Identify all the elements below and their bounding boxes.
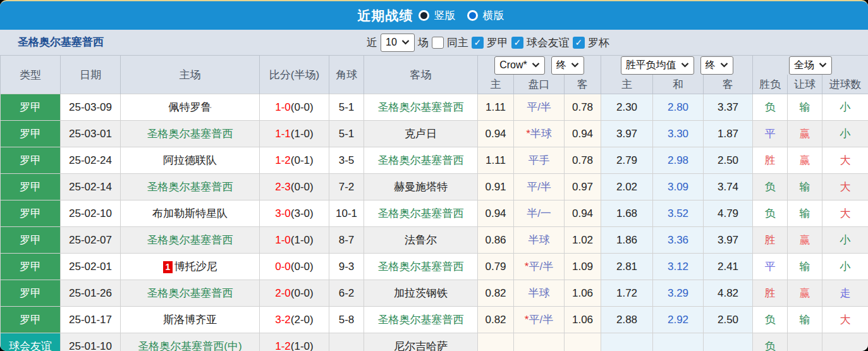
radio-vertical-label[interactable]: 竖版 — [434, 8, 456, 23]
avg-odds-select[interactable]: 胜平负均值 — [621, 56, 694, 75]
home-team-cell[interactable]: 圣格奥尔基塞普西 — [121, 280, 260, 307]
handicap-text: 平/半 — [527, 181, 551, 193]
filter-controls: 近 10 场 同主 ✓ 罗甲 ✓ 球会友谊 ✓ 罗杯 — [367, 30, 609, 55]
sub-header-avg-draw: 和 — [653, 75, 704, 94]
handicap-text: 平手 — [529, 154, 550, 166]
home-team-cell[interactable]: 阿拉德联队 — [121, 147, 260, 174]
halftime-score: (1-0) — [291, 340, 314, 351]
handicap-text: 平/半 — [529, 314, 553, 326]
score-cell: 2-3(0-0) — [260, 174, 329, 200]
radio-horizontal-label[interactable]: 横版 — [483, 8, 504, 23]
checkbox-club-friendly-label[interactable]: 球会友谊 — [527, 35, 570, 50]
checkbox-club-friendly[interactable]: ✓ — [511, 37, 523, 49]
chevron-down-icon — [720, 63, 728, 68]
result-cell: 负 — [753, 307, 788, 333]
col-header-date: 日期 — [61, 56, 121, 94]
avg-away-cell: 3.74 — [704, 174, 753, 200]
sub-header-letball: 让球 — [788, 75, 822, 94]
letball-cell: 赢 — [788, 121, 822, 147]
fulltime-score: 3-2 — [275, 314, 291, 326]
chevron-down-icon — [819, 63, 827, 68]
home-team-name: 斯洛博齐亚 — [163, 314, 217, 326]
team-name: 圣格奥尔基塞普西 — [18, 30, 104, 55]
score-cell: 1-2(0-1) — [260, 147, 329, 174]
letball-cell: 输 — [788, 174, 822, 200]
halftime-score: (1-0) — [291, 234, 314, 246]
letball-cell: 赢 — [788, 280, 822, 307]
result-cell: 负 — [753, 200, 788, 227]
away-team-cell[interactable]: 圣格奥尔基塞普西 — [364, 200, 478, 227]
sub-header-avg-away: 客 — [704, 75, 753, 94]
result-cell: 平 — [753, 121, 788, 147]
near-label: 近 — [367, 35, 377, 50]
halftime-score: (3-0) — [291, 207, 314, 219]
result-cell: 平 — [753, 254, 788, 280]
table-row: 罗甲25-01-17斯洛博齐亚3-2(2-0)5-8圣格奥尔基塞普西0.82*平… — [1, 307, 868, 333]
radio-vertical-layout[interactable] — [419, 10, 429, 21]
odds-home-cell: 0.94 — [478, 200, 514, 227]
halftime-score: (2-0) — [291, 314, 314, 326]
radio-horizontal-layout[interactable] — [467, 10, 478, 21]
letball-cell: 输 — [788, 307, 822, 333]
match-type-cell: 罗甲 — [1, 174, 61, 200]
scope-select[interactable]: 全场 — [789, 56, 832, 75]
avg-draw-cell: 3.36 — [653, 227, 704, 254]
avg-stage-select[interactable]: 终 — [700, 56, 733, 75]
avg-draw-cell: 2.80 — [653, 94, 704, 121]
odds-home-cell: 0.82 — [478, 307, 514, 333]
date-cell: 25-02-10 — [61, 200, 121, 227]
odds-home-cell: 0.86 — [478, 227, 514, 254]
home-team-cell[interactable]: 圣格奥尔基塞普西 — [121, 121, 260, 147]
checkbox-cup-label[interactable]: 罗杯 — [588, 35, 609, 50]
away-team-cell[interactable]: 尼尔吉哈萨 — [364, 333, 478, 351]
goals-cell: 大 — [822, 147, 868, 174]
chevron-down-icon — [401, 40, 410, 45]
home-team-cell[interactable]: 1博托沙尼 — [121, 254, 260, 280]
handicap-cell — [514, 333, 565, 351]
letball-cell — [788, 333, 822, 351]
away-team-cell[interactable]: 圣格奥尔基塞普西 — [364, 147, 478, 174]
away-team-cell[interactable]: 圣格奥尔基塞普西 — [364, 254, 478, 280]
away-team-cell[interactable]: 赫曼施塔特 — [364, 174, 478, 200]
avg-away-cell: 2.50 — [704, 147, 753, 174]
home-team-cell[interactable]: 圣格奥尔基塞普西(中) — [121, 333, 260, 351]
checkbox-same-home-label[interactable]: 同主 — [447, 35, 468, 50]
avg-away-cell: 3.37 — [704, 94, 753, 121]
handicap-cell: 平手 — [514, 147, 565, 174]
home-team-name: 布加勒斯特星队 — [152, 207, 228, 219]
away-team-cell[interactable]: 克卢日 — [364, 121, 478, 147]
fulltime-score: 2-0 — [275, 287, 291, 299]
letball-cell: 输 — [788, 94, 822, 121]
corner-cell: 6-2 — [329, 280, 364, 307]
corner-cell — [329, 333, 364, 351]
away-team-cell[interactable]: 圣格奥尔基塞普西 — [364, 307, 478, 333]
match-count-select[interactable]: 10 — [381, 34, 415, 52]
bookmaker-select[interactable]: Crow* — [494, 56, 545, 75]
goals-cell: 小 — [822, 254, 868, 280]
away-team-cell[interactable]: 圣格奥尔基塞普西 — [364, 94, 478, 121]
checkbox-cup[interactable]: ✓ — [573, 37, 585, 49]
handicap-text: 半/一 — [527, 207, 551, 219]
table-row: 罗甲25-03-01圣格奥尔基塞普西1-1(1-0)5-1克卢日0.94*半球0… — [1, 121, 868, 147]
checkbox-league[interactable]: ✓ — [472, 37, 484, 49]
handicap-cell: *半球 — [514, 121, 565, 147]
avg-draw-cell: 3.52 — [653, 200, 704, 227]
away-team-cell[interactable]: 法鲁尔 — [364, 227, 478, 254]
checkbox-same-home[interactable] — [432, 37, 444, 49]
home-team-cell[interactable]: 布加勒斯特星队 — [121, 200, 260, 227]
checkbox-league-label[interactable]: 罗甲 — [487, 35, 508, 50]
home-team-cell[interactable]: 佩特罗鲁 — [121, 94, 260, 121]
away-team-cell[interactable]: 加拉茨钢铁 — [364, 280, 478, 307]
home-team-cell[interactable]: 圣格奥尔基塞普西 — [121, 174, 260, 200]
odds-home-cell: 0.79 — [478, 254, 514, 280]
home-team-cell[interactable]: 斯洛博齐亚 — [121, 307, 260, 333]
letball-cell: 输 — [788, 200, 822, 227]
avg-home-cell: 2.02 — [601, 174, 653, 200]
match-type-cell: 罗甲 — [1, 147, 61, 174]
sub-header-odds-home: 主 — [478, 75, 514, 94]
score-cell: 1-0(0-0) — [260, 94, 329, 121]
odds-stage-select[interactable]: 终 — [551, 56, 584, 75]
home-team-cell[interactable]: 圣格奥尔基塞普西 — [121, 227, 260, 254]
page-title: 近期战绩 — [358, 7, 413, 25]
avg-draw-cell: 3.12 — [653, 254, 704, 280]
